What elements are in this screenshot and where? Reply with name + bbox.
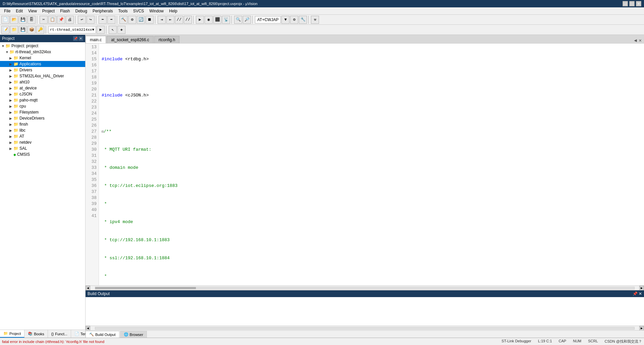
- editor-tab-main-c[interactable]: main.c: [86, 36, 106, 43]
- build-button[interactable]: 🔨: [119, 16, 127, 24]
- build-output-hscroll[interactable]: ◀ ▶: [86, 326, 644, 330]
- sidebar-pin-button[interactable]: 📌: [73, 36, 78, 41]
- menu-view[interactable]: View: [25, 8, 40, 14]
- build-hscroll-right[interactable]: ▶: [639, 326, 644, 331]
- tree-root[interactable]: ▼ 📁 Project: project: [0, 43, 85, 49]
- tree-item-netdev[interactable]: ▶ 📁 netdev: [0, 139, 85, 145]
- menu-project[interactable]: Project: [40, 8, 57, 14]
- paste-button[interactable]: 📌: [57, 16, 65, 24]
- tab-nav-right[interactable]: ✕: [638, 38, 643, 43]
- tab-nav-left[interactable]: ◀: [633, 38, 638, 43]
- settings-button1[interactable]: ⚙: [290, 16, 298, 24]
- indent-button[interactable]: ⇥: [158, 16, 166, 24]
- code-hscroll-thumb[interactable]: [95, 287, 196, 289]
- dropdown-arrow[interactable]: ▼: [281, 16, 289, 24]
- tab-functions[interactable]: {} Funct...: [48, 330, 71, 338]
- maximize-button[interactable]: □: [629, 1, 635, 6]
- open-button[interactable]: 📂: [10, 16, 18, 24]
- cut-button[interactable]: ✂: [40, 16, 48, 24]
- code-editor[interactable]: 13 14 15 16 17 18 19 20 21 22 23 24 25 2…: [86, 44, 644, 285]
- menu-help[interactable]: Help: [166, 8, 180, 14]
- debug-reset-button[interactable]: ◉: [205, 16, 213, 24]
- new-file-button[interactable]: 📄: [1, 16, 9, 24]
- editor-tab-at-socket[interactable]: at_socket_esp8266.c: [107, 36, 153, 43]
- build-tab-output[interactable]: 🔨 Build Output: [86, 331, 119, 338]
- menu-debug[interactable]: Debug: [73, 8, 90, 14]
- copy-button[interactable]: 📋: [48, 16, 56, 24]
- build-hscroll-left[interactable]: ◀: [86, 326, 90, 331]
- tool-btn-1[interactable]: 📝: [1, 26, 9, 34]
- tree-item-stm32hal[interactable]: ▶ 📁 STM32L4xx_HAL_Driver: [0, 73, 85, 79]
- tree-item-applications[interactable]: ▶ 📁 Applications: [0, 61, 85, 67]
- code-hscroll[interactable]: ◀ ▶: [86, 285, 644, 290]
- rebuild-button[interactable]: 🔄: [137, 16, 145, 24]
- tree-item-at[interactable]: ▶ 📁 AT: [0, 133, 85, 139]
- tree-item-cpu[interactable]: ▶ 📁 cpu: [0, 103, 85, 109]
- build-close-icon[interactable]: ✕: [639, 291, 642, 296]
- nav-back-button[interactable]: ⬅: [99, 16, 107, 24]
- stop-build-button[interactable]: ⏹: [146, 16, 154, 24]
- unindent-button[interactable]: ⇤: [166, 16, 174, 24]
- print-button[interactable]: 🖨: [66, 16, 74, 24]
- build-pin-icon[interactable]: 📌: [633, 291, 638, 296]
- menu-edit[interactable]: Edit: [13, 8, 25, 14]
- code-hscroll-track[interactable]: [95, 287, 635, 289]
- tab-books[interactable]: 📚 Books: [24, 330, 48, 338]
- trace-button[interactable]: 📡: [222, 16, 230, 24]
- editor-tab-rtconfig[interactable]: rtconfig.h: [154, 36, 179, 43]
- hscroll-right-arrow[interactable]: ▶: [639, 286, 644, 290]
- close-button[interactable]: ✕: [636, 1, 641, 6]
- settings-button2[interactable]: 🔧: [299, 16, 307, 24]
- menu-tools[interactable]: Tools: [116, 8, 130, 14]
- tree-item-devicedrivers[interactable]: ▶ 📁 DeviceDrivers: [0, 115, 85, 121]
- menu-window[interactable]: Window: [147, 8, 166, 14]
- tab-project[interactable]: 📁 Project: [0, 330, 24, 338]
- cross-btn[interactable]: ✚: [117, 26, 125, 34]
- tool-btn-2[interactable]: 📁: [10, 26, 18, 34]
- cursor-btn[interactable]: ↖: [109, 26, 117, 34]
- save-all-button[interactable]: 🗄: [28, 16, 36, 24]
- tree-label-filesystem: Filesystem: [19, 110, 39, 115]
- comment-button[interactable]: //: [175, 16, 183, 24]
- tree-item-rt-thread[interactable]: ▼ 📁 rt-thread_stm32l4xx: [0, 49, 85, 55]
- tree-item-libc[interactable]: ▶ 📁 libc: [0, 127, 85, 133]
- tool-btn-3[interactable]: 💾: [19, 26, 27, 34]
- menu-flash[interactable]: Flash: [57, 8, 72, 14]
- build-tab-browser[interactable]: 🌐 Browser: [120, 331, 147, 338]
- tree-arrow-root: ▼: [1, 44, 5, 48]
- menu-peripherals[interactable]: Peripherals: [90, 8, 116, 14]
- build-output-hscroll-track[interactable]: [95, 327, 635, 330]
- redo-button[interactable]: ↪: [87, 16, 95, 24]
- target-options-button[interactable]: ▶: [97, 26, 105, 34]
- uncomment-button[interactable]: //: [184, 16, 192, 24]
- tree-item-drivers[interactable]: ▶ 📁 Drivers: [0, 67, 85, 73]
- undo-button[interactable]: ↩: [78, 16, 86, 24]
- tree-item-cjson[interactable]: ▶ 📁 cJSON: [0, 91, 85, 97]
- tree-item-cmsis[interactable]: ◆ CMSIS: [0, 151, 85, 157]
- tree-item-finsh[interactable]: ▶ 📁 finsh: [0, 121, 85, 127]
- debug-stop-button[interactable]: ⬛: [213, 16, 221, 24]
- build-all-button[interactable]: ⚙: [128, 16, 136, 24]
- nav-forward-button[interactable]: ➡: [107, 16, 115, 24]
- target-dropdown[interactable]: rt-thread_stm32l4xx ▼: [48, 26, 96, 33]
- sidebar-close-button[interactable]: ✕: [78, 36, 83, 41]
- tool-btn-4[interactable]: 📦: [28, 26, 36, 34]
- menu-svcs[interactable]: SVCS: [130, 8, 147, 14]
- tree-item-sal[interactable]: ▶ 📁 SAL: [0, 145, 85, 151]
- menu-file[interactable]: File: [1, 8, 13, 14]
- minimize-button[interactable]: —: [623, 1, 628, 6]
- save-button[interactable]: 💾: [19, 16, 27, 24]
- zoom-window-button[interactable]: 🔎: [243, 16, 251, 24]
- zoom-in-button[interactable]: 🔍: [234, 16, 242, 24]
- tab-project-label: Project: [9, 332, 21, 336]
- hscroll-left-arrow[interactable]: ◀: [86, 286, 90, 290]
- tool-btn-5[interactable]: 🔑: [36, 26, 44, 34]
- debug-start-button[interactable]: ▶: [196, 16, 204, 24]
- tree-item-at-device[interactable]: ▶ 📁 at_device: [0, 85, 85, 91]
- tree-item-paho-mqtt[interactable]: ▶ 📁 paho-mqtt: [0, 97, 85, 103]
- tree-item-kernel[interactable]: ▶ 📁 Kernel: [0, 55, 85, 61]
- tree-item-aht10[interactable]: ▶ 📁 aht10: [0, 79, 85, 85]
- tree-item-filesystem[interactable]: ▶ 📁 Filesystem: [0, 109, 85, 115]
- code-content[interactable]: #include <rtdbg.h> #include <cJSON.h> ⊟/…: [99, 44, 644, 285]
- tool1[interactable]: ⚒: [311, 16, 319, 24]
